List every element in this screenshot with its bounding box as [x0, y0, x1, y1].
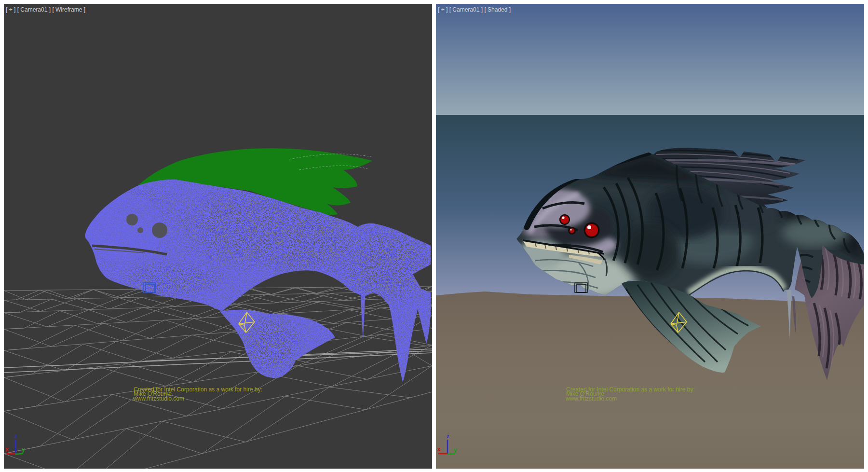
- svg-text:z: z: [14, 433, 17, 440]
- svg-text:www.fritzstudio.com: www.fritzstudio.com: [133, 395, 184, 402]
- svg-text:x: x: [5, 446, 9, 453]
- svg-text:[ + ] [ Camera01 ] [ Wireframe: [ + ] [ Camera01 ] [ Wireframe ]: [6, 6, 85, 13]
- svg-text:y: y: [22, 446, 25, 453]
- svg-text:www.fritzstudio.com: www.fritzstudio.com: [565, 395, 617, 402]
- svg-text:y: y: [454, 446, 457, 453]
- svg-text:[ + ] [ Camera01 ] [ Shaded ]: [ + ] [ Camera01 ] [ Shaded ]: [438, 6, 511, 13]
- svg-text:z: z: [447, 433, 449, 440]
- svg-text:x: x: [437, 446, 441, 453]
